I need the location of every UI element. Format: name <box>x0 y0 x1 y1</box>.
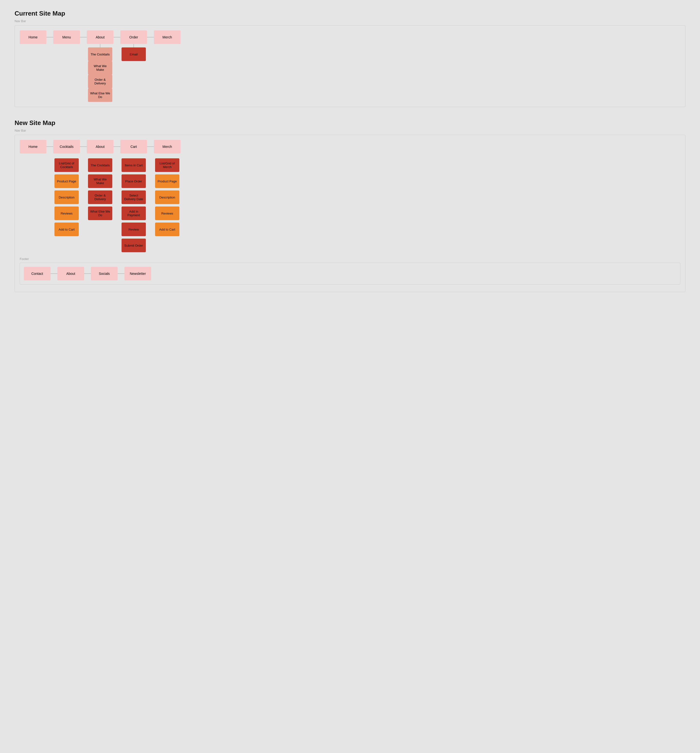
nav-order-box[interactable]: Order <box>120 30 147 44</box>
new-conn-about-cart <box>114 147 120 147</box>
footer-conn-1 <box>51 273 58 274</box>
merch-child-product[interactable]: Product Page <box>155 174 179 188</box>
cart-child-payment[interactable]: Add in Payment <box>122 206 146 220</box>
cocktails-child-add-to-cart[interactable]: Add to Cart <box>55 223 79 236</box>
nav-item-order: Order <box>120 30 147 44</box>
current-children-area: The Cocktails What We Make Order & Deliv… <box>20 44 680 102</box>
child-the-cocktails[interactable]: The Cocktails <box>88 47 112 61</box>
cocktails-child-product[interactable]: Product Page <box>55 174 79 188</box>
vert-connector-order <box>133 44 134 47</box>
child-what-else[interactable]: What Else We Do <box>88 88 112 102</box>
merch-child-desc[interactable]: Description <box>155 191 179 204</box>
nav-item-home: Home <box>20 30 47 44</box>
footer-conn-2 <box>84 273 91 274</box>
new-children-row: List/Grid of Cocktails Product Page Desc… <box>20 158 680 252</box>
footer-conn-3 <box>118 273 125 274</box>
cart-children-col: Items in Cart Place Order Select Deliver… <box>120 158 147 252</box>
current-sitemap-section: Current Site Map Nav Bar Home Menu About… <box>15 10 685 107</box>
vert-connector-about <box>100 44 100 47</box>
nav-item-merch: Merch <box>154 30 181 44</box>
new-nav-cocktails-box[interactable]: Cocktails <box>53 140 80 153</box>
about-child-what-we-make[interactable]: What We Make <box>88 174 112 188</box>
merch-child-reviews[interactable]: Reviews <box>155 206 179 220</box>
current-nav-row: Home Menu About Order Merch <box>20 30 680 44</box>
about-children-col: The Cocktails What We Make Order & Deliv… <box>87 44 114 102</box>
new-nav-cocktails: Cocktails <box>53 140 80 153</box>
new-sitemap-container: Home Cocktails About Cart Merch <box>15 135 685 292</box>
merch-child-add-to-cart[interactable]: Add to Cart <box>155 223 179 236</box>
cocktails-children-col: List/Grid of Cocktails Product Page Desc… <box>53 158 80 252</box>
new-nav-home-box[interactable]: Home <box>20 140 47 153</box>
new-conn-cart-merch <box>147 147 154 147</box>
cart-child-delivery-date[interactable]: Select Delivery Date <box>122 191 146 204</box>
new-nav-row: Home Cocktails About Cart Merch <box>20 140 680 153</box>
cocktails-child-reviews[interactable]: Reviews <box>55 206 79 220</box>
cocktails-child-desc[interactable]: Description <box>55 191 79 204</box>
nav-merch-box[interactable]: Merch <box>154 30 181 44</box>
connector-about-order <box>114 37 120 37</box>
cart-child-submit[interactable]: Submit Order <box>122 239 146 252</box>
nav-menu-box[interactable]: Menu <box>53 30 80 44</box>
nav-item-menu: Menu <box>53 30 80 44</box>
current-sitemap-title: Current Site Map <box>15 10 685 17</box>
merch-children-col: List/Grid of Merch Product Page Descript… <box>154 158 181 252</box>
new-sitemap-title: New Site Map <box>15 119 685 127</box>
cocktails-child-list[interactable]: List/Grid of Cocktails <box>55 158 79 172</box>
new-nav-label: Nav Bar <box>15 129 685 132</box>
current-sitemap-container: Home Menu About Order Merch <box>15 25 685 107</box>
connector-order-merch <box>147 37 154 37</box>
footer-about[interactable]: About <box>58 267 84 280</box>
about-child-what-else[interactable]: What Else We Do <box>88 206 112 220</box>
new-nav-cart-box[interactable]: Cart <box>120 140 147 153</box>
current-nav-label: Nav Bar <box>15 19 685 23</box>
cart-child-place-order[interactable]: Place Order <box>122 174 146 188</box>
nav-home-box[interactable]: Home <box>20 30 47 44</box>
new-nav-merch-box[interactable]: Merch <box>154 140 181 153</box>
footer-contact[interactable]: Contact <box>24 267 51 280</box>
nav-item-about: About <box>87 30 114 44</box>
footer-section: Footer Contact About Socials Newsletter <box>20 257 680 284</box>
child-order-delivery[interactable]: Order & Delivery <box>88 75 112 88</box>
about-child-order-delivery[interactable]: Order & Delivery <box>88 191 112 204</box>
connector-home-menu <box>47 37 53 37</box>
new-nav-about-box[interactable]: About <box>87 140 114 153</box>
about-child-cocktails[interactable]: The Cocktails <box>88 158 112 172</box>
order-children-col: Email <box>120 44 147 102</box>
footer-socials[interactable]: Socials <box>91 267 118 280</box>
new-nav-about: About <box>87 140 114 153</box>
new-sitemap-section: New Site Map Nav Bar Home Cocktails Abou… <box>15 119 685 292</box>
cart-child-review[interactable]: Review <box>122 223 146 236</box>
merch-child-list[interactable]: List/Grid of Merch <box>155 158 179 172</box>
new-nav-merch: Merch <box>154 140 181 153</box>
child-what-we-make[interactable]: What We Make <box>88 61 112 75</box>
new-conn-cocktails-about <box>80 147 87 147</box>
cart-child-items[interactable]: Items in Cart <box>122 158 146 172</box>
new-nav-cart: Cart <box>120 140 147 153</box>
new-nav-home: Home <box>20 140 47 153</box>
about-children-col-new: The Cocktails What We Make Order & Deliv… <box>87 158 114 252</box>
nav-about-box[interactable]: About <box>87 30 114 44</box>
child-email[interactable]: Email <box>122 47 146 61</box>
footer-label: Footer <box>20 257 680 261</box>
footer-container: Contact About Socials Newsletter <box>20 262 680 284</box>
connector-menu-about <box>80 37 87 37</box>
footer-newsletter[interactable]: Newsletter <box>125 267 151 280</box>
new-conn-home-cocktails <box>47 147 53 147</box>
